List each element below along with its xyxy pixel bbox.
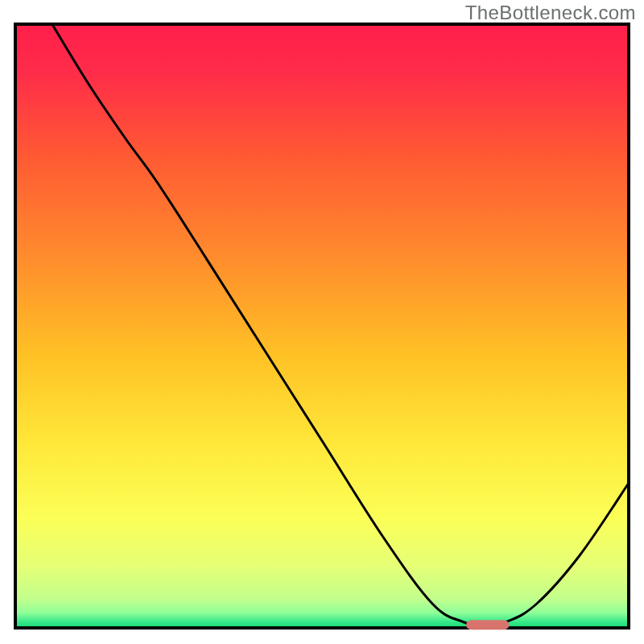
watermark-text: TheBottleneck.com <box>465 2 636 24</box>
gradient-background <box>15 24 629 628</box>
optimal-marker <box>466 620 509 630</box>
chart-stage: TheBottleneck.com <box>0 0 644 644</box>
bottleneck-chart <box>0 0 644 644</box>
